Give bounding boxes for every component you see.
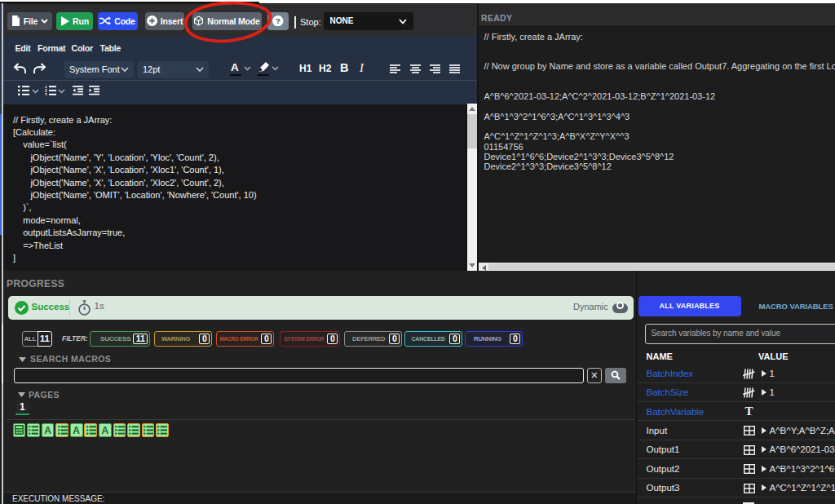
svg-text:3: 3 bbox=[45, 93, 47, 95]
